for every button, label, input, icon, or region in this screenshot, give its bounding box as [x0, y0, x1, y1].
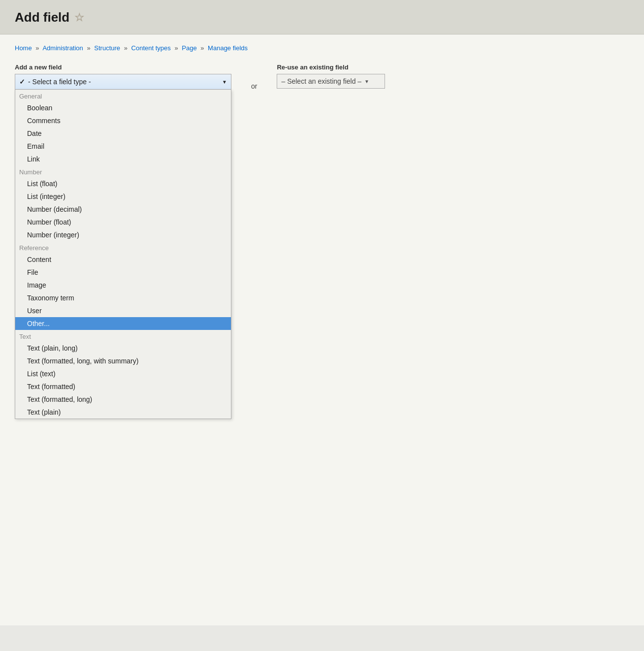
breadcrumb-administration[interactable]: Administration	[42, 44, 83, 52]
dropdown-item-file[interactable]: File	[15, 266, 231, 279]
breadcrumb-sep-4: »	[174, 44, 178, 52]
breadcrumb-sep-5: »	[200, 44, 204, 52]
dropdown-item-text-formatted-long-summary[interactable]: Text (formatted, long, with summary)	[15, 355, 231, 367]
field-type-select-wrapper: ✓ - Select a field type - ▼ General Bool…	[15, 74, 231, 90]
group-label-number: Number	[15, 165, 231, 177]
breadcrumb-sep-3: »	[124, 44, 128, 52]
dropdown-item-date[interactable]: Date	[15, 127, 231, 140]
page-header: Add field ☆	[0, 0, 644, 34]
or-label: or	[246, 82, 262, 90]
dropdown-item-taxonomy-term[interactable]: Taxonomy term	[15, 292, 231, 304]
dropdown-item-user[interactable]: User	[15, 304, 231, 317]
breadcrumb-content-types[interactable]: Content types	[131, 44, 171, 52]
existing-field-select: – Select an existing field – ▼	[277, 74, 385, 89]
breadcrumb-sep-1: »	[35, 44, 39, 52]
dropdown-item-image[interactable]: Image	[15, 279, 231, 292]
dropdown-item-number-integer[interactable]: Number (integer)	[15, 228, 231, 241]
page-content: Home » Administration » Structure » Cont…	[0, 34, 644, 625]
star-icon[interactable]: ☆	[74, 11, 84, 24]
dropdown-item-comments[interactable]: Comments	[15, 114, 231, 127]
breadcrumb-page[interactable]: Page	[182, 44, 196, 52]
group-label-reference: Reference	[15, 241, 231, 253]
breadcrumb: Home » Administration » Structure » Cont…	[15, 44, 629, 52]
breadcrumb-home[interactable]: Home	[15, 44, 32, 52]
field-type-dropdown: General Boolean Comments Date Email Link…	[15, 90, 231, 419]
dropdown-item-content[interactable]: Content	[15, 253, 231, 266]
existing-field-placeholder: – Select an existing field –	[281, 77, 361, 85]
add-new-field-section: Add a new field ✓ - Select a field type …	[15, 64, 231, 90]
dropdown-item-text-plain-long[interactable]: Text (plain, long)	[15, 342, 231, 355]
reuse-field-section: Re-use an existing field – Select an exi…	[277, 64, 385, 89]
dropdown-item-number-float[interactable]: Number (float)	[15, 216, 231, 228]
select-arrow-icon: ▼	[222, 79, 227, 85]
add-field-label: Add a new field	[15, 64, 231, 71]
dropdown-item-link[interactable]: Link	[15, 153, 231, 165]
dropdown-item-list-text[interactable]: List (text)	[15, 367, 231, 380]
existing-field-dropdown[interactable]: – Select an existing field – ▼	[277, 74, 385, 89]
dropdown-item-text-plain[interactable]: Text (plain)	[15, 406, 231, 419]
existing-field-arrow-icon: ▼	[364, 79, 369, 84]
group-label-general: General	[15, 90, 231, 101]
reuse-field-label: Re-use an existing field	[277, 64, 385, 71]
dropdown-item-text-formatted[interactable]: Text (formatted)	[15, 380, 231, 393]
page-title: Add field ☆	[15, 10, 629, 25]
field-type-select[interactable]: ✓ - Select a field type - ▼	[15, 74, 231, 90]
dropdown-item-list-float[interactable]: List (float)	[15, 177, 231, 190]
dropdown-item-boolean[interactable]: Boolean	[15, 101, 231, 114]
select-placeholder-text: - Select a field type -	[28, 78, 91, 86]
dropdown-item-email[interactable]: Email	[15, 140, 231, 153]
form-layout: Add a new field ✓ - Select a field type …	[15, 64, 629, 90]
title-text: Add field	[15, 10, 69, 25]
breadcrumb-sep-2: »	[87, 44, 90, 52]
select-checkmark: ✓	[19, 78, 25, 86]
group-label-text: Text	[15, 330, 231, 342]
dropdown-item-number-decimal[interactable]: Number (decimal)	[15, 203, 231, 216]
breadcrumb-structure[interactable]: Structure	[94, 44, 120, 52]
dropdown-item-list-integer[interactable]: List (integer)	[15, 190, 231, 203]
breadcrumb-manage-fields[interactable]: Manage fields	[208, 44, 248, 52]
dropdown-item-text-formatted-long[interactable]: Text (formatted, long)	[15, 393, 231, 406]
dropdown-item-other[interactable]: Other...	[15, 317, 231, 330]
